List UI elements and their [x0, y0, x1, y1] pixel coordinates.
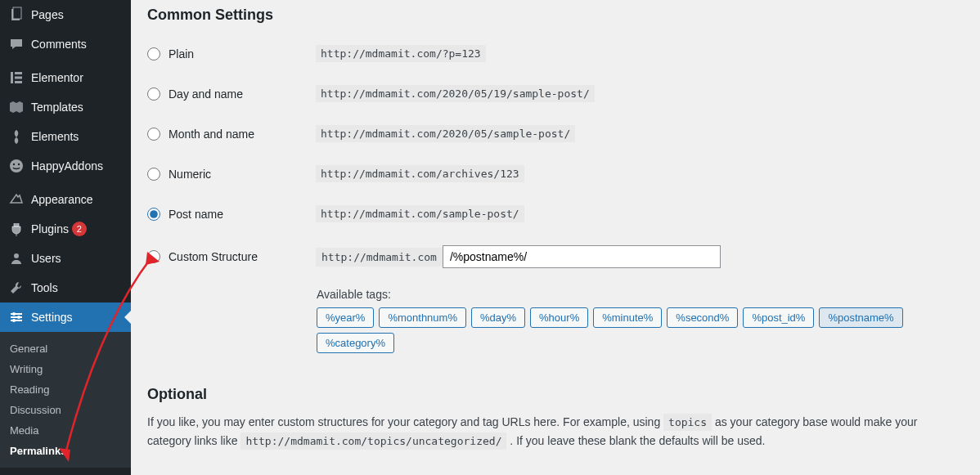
sidebar-item-label: HappyAddons: [31, 159, 103, 173]
plugins-icon: [8, 221, 25, 237]
sidebar-item-tools[interactable]: Tools: [0, 273, 131, 302]
sidebar-item-label: Elementor: [31, 71, 83, 84]
main-content: Common Settings Plainhttp://mdmamit.com/…: [131, 0, 980, 475]
submenu-item-discussion[interactable]: Discussion: [0, 400, 131, 420]
sidebar-item-settings[interactable]: Settings: [0, 302, 131, 332]
comments-icon: [8, 36, 25, 52]
structure-tag-button[interactable]: %day%: [471, 307, 525, 328]
permalink-example: http://mdmamit.com/?p=123: [316, 45, 486, 62]
submenu-item-media[interactable]: Media: [0, 420, 131, 441]
optional-code-url: http://mdmamit.com/topics/uncategorized/: [241, 432, 506, 450]
sidebar-item-label: Users: [31, 252, 61, 265]
structure-tag-button[interactable]: %year%: [317, 307, 374, 328]
sidebar-item-label: Settings: [31, 311, 73, 324]
permalink-option-row: Custom Structurehttp://mdmamit.com: [147, 234, 964, 280]
structure-tag-button[interactable]: %monthnum%: [379, 307, 466, 328]
permalink-option-label[interactable]: Day and name: [169, 87, 316, 101]
submenu-item-general[interactable]: General: [0, 338, 131, 359]
permalink-example: http://mdmamit.com/sample-post/: [316, 205, 524, 222]
sidebar-item-label: Tools: [31, 281, 58, 294]
permalink-radio-custom-structure[interactable]: [147, 250, 160, 263]
svg-rect-2: [11, 72, 13, 83]
permalink-option-row: Plainhttp://mdmamit.com/?p=123: [147, 34, 964, 74]
svg-rect-4: [15, 77, 22, 79]
permalink-option-row: Day and namehttp://mdmamit.com/2020/05/1…: [147, 74, 964, 114]
sidebar-item-pages[interactable]: Pages: [0, 0, 131, 29]
svg-point-13: [12, 312, 16, 316]
active-indicator: [124, 311, 131, 324]
permalink-option-label[interactable]: Custom Structure: [169, 250, 316, 263]
pages-icon: [8, 7, 25, 23]
permalink-radio-numeric[interactable]: [147, 168, 160, 181]
appearance-icon: [8, 191, 25, 208]
svg-point-15: [12, 319, 16, 322]
permalink-option-label[interactable]: Post name: [169, 208, 316, 221]
permalink-option-row: Month and namehttp://mdmamit.com/2020/05…: [147, 114, 964, 154]
svg-rect-3: [15, 72, 22, 74]
permalink-example: http://mdmamit.com/2020/05/19/sample-pos…: [316, 85, 595, 102]
sidebar-item-elementor[interactable]: Elementor: [0, 63, 131, 92]
permalink-example: http://mdmamit.com/2020/05/sample-post/: [316, 125, 575, 142]
svg-point-14: [17, 316, 20, 319]
permalink-option-label[interactable]: Plain: [169, 47, 316, 60]
sidebar-item-label: Plugins: [31, 222, 69, 235]
svg-point-8: [18, 164, 20, 165]
optional-description: If you like, you may enter custom struct…: [147, 413, 964, 450]
settings-icon: [8, 309, 25, 325]
structure-tag-button[interactable]: %hour%: [530, 307, 588, 328]
svg-rect-5: [15, 81, 22, 83]
permalink-radio-day-and-name[interactable]: [147, 87, 160, 101]
update-badge: 2: [72, 222, 87, 236]
structure-tag-button[interactable]: %category%: [317, 333, 394, 353]
custom-structure-input[interactable]: [443, 245, 721, 268]
submenu-item-reading[interactable]: Reading: [0, 379, 131, 400]
permalink-option-label[interactable]: Numeric: [169, 168, 316, 181]
heading-common-settings: Common Settings: [147, 7, 964, 24]
permalink-option-row: Post namehttp://mdmamit.com/sample-post/: [147, 194, 964, 234]
optional-code-topics: topics: [663, 414, 712, 431]
templates-icon: [8, 99, 25, 115]
sidebar-item-label: Appearance: [31, 193, 93, 206]
settings-submenu: GeneralWritingReadingDiscussionMediaPerm…: [0, 332, 131, 468]
permalink-example: http://mdmamit.com/archives/123: [316, 165, 524, 182]
sidebar-item-label: Templates: [31, 101, 83, 114]
permalink-radio-plain[interactable]: [147, 47, 160, 60]
available-tags-label: Available tags:: [317, 288, 964, 301]
sidebar-item-label: Elements: [31, 130, 79, 143]
custom-structure-prefix: http://mdmamit.com: [316, 248, 443, 267]
svg-point-9: [14, 253, 19, 258]
sidebar-item-templates[interactable]: Templates: [0, 92, 131, 122]
submenu-item-writing[interactable]: Writing: [0, 359, 131, 379]
admin-sidebar: PagesCommentsElementorTemplatesElementsH…: [0, 0, 131, 475]
permalink-radio-month-and-name[interactable]: [147, 128, 160, 141]
elements-icon: [8, 128, 25, 145]
structure-tag-button[interactable]: %post_id%: [743, 307, 814, 328]
sidebar-item-happyaddons[interactable]: HappyAddons: [0, 151, 131, 181]
users-icon: [8, 250, 25, 267]
available-tags: %year%%monthnum%%day%%hour%%minute%%seco…: [317, 307, 964, 353]
tools-icon: [8, 280, 25, 296]
sidebar-item-appearance[interactable]: Appearance: [0, 185, 131, 214]
svg-rect-1: [13, 7, 21, 19]
sidebar-item-users[interactable]: Users: [0, 244, 131, 273]
sidebar-item-comments[interactable]: Comments: [0, 29, 131, 59]
sidebar-item-label: Pages: [31, 8, 64, 21]
sidebar-item-elements[interactable]: Elements: [0, 122, 131, 151]
structure-tag-button[interactable]: %minute%: [593, 307, 662, 328]
elementor-icon: [8, 69, 25, 86]
sidebar-item-plugins[interactable]: Plugins2: [0, 214, 131, 244]
structure-tag-button[interactable]: %second%: [667, 307, 738, 328]
svg-point-7: [13, 164, 15, 165]
heading-optional: Optional: [147, 386, 964, 403]
happy-icon: [8, 158, 25, 174]
permalink-radio-post-name[interactable]: [147, 208, 160, 221]
sidebar-item-label: Comments: [31, 38, 87, 51]
svg-point-6: [10, 159, 23, 173]
structure-tag-button[interactable]: %postname%: [819, 307, 902, 328]
permalink-option-label[interactable]: Month and name: [169, 128, 316, 141]
submenu-item-permalinks[interactable]: Permalinks: [0, 441, 131, 461]
permalink-option-row: Numerichttp://mdmamit.com/archives/123: [147, 154, 964, 194]
